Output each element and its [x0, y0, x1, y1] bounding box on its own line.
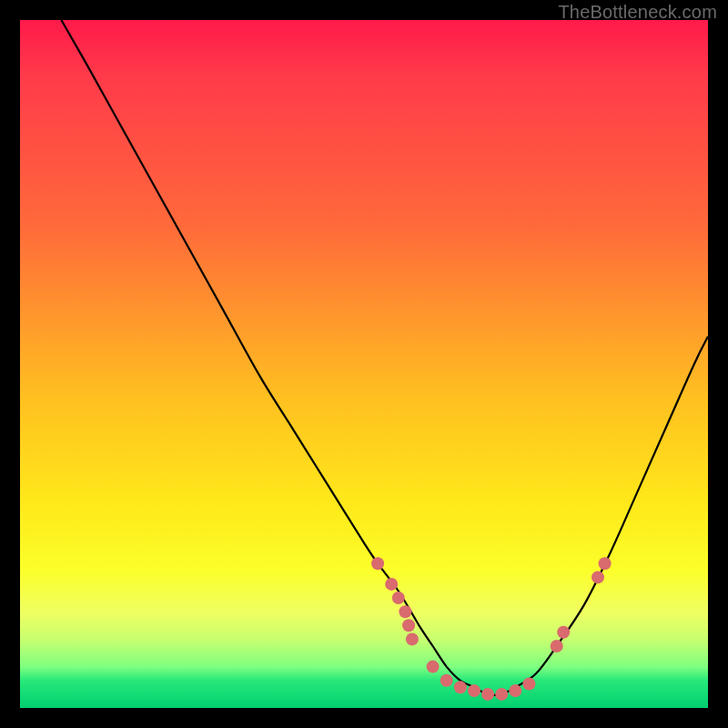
data-point [495, 688, 508, 701]
watermark-text: TheBottleneck.com [558, 2, 717, 23]
data-point [427, 661, 440, 673]
data-point [522, 678, 535, 691]
data-point [599, 557, 612, 570]
chart-area [20, 20, 708, 708]
data-point [385, 578, 398, 591]
bottleneck-plot [20, 20, 708, 708]
data-point [468, 684, 480, 697]
bottleneck-curve [61, 20, 708, 695]
data-point [557, 626, 570, 639]
data-point [481, 688, 494, 701]
data-point [371, 557, 384, 570]
data-point [551, 640, 563, 652]
data-point [402, 619, 415, 632]
data-point [406, 632, 419, 645]
data-point [392, 592, 405, 604]
data-point [399, 605, 411, 618]
data-markers [371, 557, 611, 701]
data-point [454, 681, 467, 693]
data-point [440, 674, 453, 687]
data-point [509, 684, 521, 697]
data-point [592, 571, 604, 583]
